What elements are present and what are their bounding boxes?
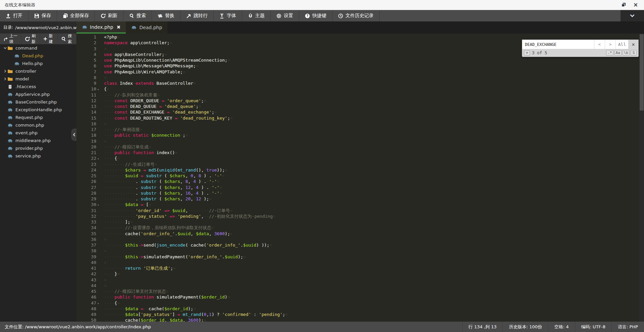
fold-caret-icon[interactable]: ▾	[96, 156, 101, 162]
code-line-27[interactable]: ············.·substr·(·$chars,·12,·4·)·.…	[104, 185, 639, 190]
status-cursor-position[interactable]: 行 134 ,列 13	[462, 322, 503, 332]
code-line-42[interactable]: ····}¤	[104, 271, 639, 277]
code-line-45[interactable]: ····//·模拟订单支付支付状态¤	[104, 288, 639, 294]
search-toggle-word[interactable]: \b	[623, 50, 630, 56]
code-line-37[interactable]: ········$this->send(json_encode(·cache('…	[104, 242, 639, 248]
code-line-17[interactable]: ····//·单例连接¤	[104, 127, 639, 132]
code-line-34[interactable]: ········//·设置缓存，后续死信队列中读取支付状态¤	[104, 225, 639, 230]
status-language[interactable]: 语言: PHP	[611, 322, 644, 332]
editor-scrollbar[interactable]	[639, 34, 644, 322]
code-line-46[interactable]: ····public·function·simulatedPayment($or…	[104, 294, 639, 300]
code-line-29[interactable]: ············.·substr·(·$chars,·20,·12·);…	[104, 196, 639, 202]
code-line-26[interactable]: ············.·substr·(·$chars,·8,·4·)·.·…	[104, 179, 639, 184]
code-line-33[interactable]: ········];¤	[104, 219, 639, 225]
status-history-versions[interactable]: 历史版本: 100份	[502, 322, 548, 332]
search-input[interactable]	[522, 40, 594, 49]
search-prev-button[interactable]: <	[594, 40, 605, 49]
search-next-button[interactable]: >	[605, 40, 615, 49]
tree-item-command[interactable]: command	[0, 44, 76, 52]
tab-Dead.php[interactable]: Dead.php	[126, 21, 167, 34]
code-line-16[interactable]: ¤	[104, 121, 639, 127]
code-line-20[interactable]: ····//·模拟订单生成¤	[104, 144, 639, 150]
fold-caret-icon[interactable]: ▾	[96, 87, 101, 92]
toolbar-button-settings[interactable]: 设置	[271, 10, 299, 21]
tree-item-ExceptionHandle.php[interactable]: ExceptionHandle.php	[0, 106, 76, 114]
chevron-right-icon[interactable]	[3, 77, 7, 81]
toolbar-button-search[interactable]: 搜索	[123, 10, 152, 21]
fold-caret-icon[interactable]: ▾	[96, 202, 101, 208]
code-line-36[interactable]: ¤	[104, 237, 639, 242]
code-line-22[interactable]: ····{¤	[104, 155, 639, 161]
tree-item-Request.php[interactable]: Request.php	[0, 114, 76, 121]
code-line-19[interactable]: ¤	[104, 138, 639, 144]
code-line-23[interactable]: ········//·生成订单号¤	[104, 161, 639, 167]
code-line-50[interactable]: ········cache($order_id,·$data,·3600);¤	[104, 317, 639, 322]
toolbar-collapse-button[interactable]	[621, 10, 644, 21]
toolbar-button-file-history[interactable]: 文件历史记录	[332, 10, 380, 21]
chevron-right-icon[interactable]	[3, 69, 7, 74]
search-close-button[interactable]: ×	[628, 40, 638, 49]
code-line-8[interactable]: ¤	[104, 75, 639, 80]
search-add-button[interactable]: +	[524, 50, 530, 56]
window-close-button[interactable]: ×	[633, 2, 639, 8]
code-line-21[interactable]: ····public·function·index()¤	[104, 150, 639, 155]
tree-item-BaseController.php[interactable]: BaseController.php	[0, 98, 76, 106]
chevron-down-icon[interactable]	[3, 46, 7, 51]
toolbar-button-goto-line[interactable]: 跳转行	[180, 10, 214, 21]
explorer-action-search[interactable]: 搜索	[58, 34, 76, 44]
code-line-25[interactable]: ········$uuid·=·substr·(·$chars,·0,·8·)·…	[104, 173, 639, 179]
toolbar-button-open[interactable]: 打开	[0, 10, 29, 21]
code-line-49[interactable]: ········$data['pay_status']·=·mt_rand(0,…	[104, 312, 639, 317]
search-all-button[interactable]: All	[615, 40, 628, 49]
code-line-15[interactable]: ····const·DEAD_ROUTING_KEY·=·'dead_routi…	[104, 115, 639, 121]
code-line-44[interactable]: ¤	[104, 283, 639, 288]
tree-item-.htaccess[interactable]: .htaccess	[0, 83, 76, 90]
tree-item-Dead.php[interactable]: Dead.php	[0, 52, 76, 60]
tree-item-controller[interactable]: controller	[0, 67, 76, 75]
code-line-6[interactable]: use·PhpAmqpLib\Message\AMQPMessage;¤	[104, 63, 639, 69]
toolbar-button-font[interactable]: T字体	[214, 10, 242, 21]
toolbar-button-shortcuts[interactable]: ?快捷键	[299, 10, 332, 21]
code-line-30[interactable]: ········$data·=·[¤	[104, 202, 639, 207]
code-line-38[interactable]: ¤	[104, 248, 639, 254]
editor-scrollbar-thumb[interactable]	[640, 34, 644, 111]
toolbar-button-save[interactable]: 保存	[29, 10, 57, 21]
explorer-action-up-level[interactable]: 上一级	[0, 34, 21, 44]
code-line-14[interactable]: ····const·DEAD_EXCHANGE·=·'dead_exchange…	[104, 109, 639, 115]
tree-item-service.php[interactable]: service.php	[0, 152, 76, 160]
code-line-13[interactable]: ····const·DEAD_QUEUE·=·'dead_queue';¤	[104, 104, 639, 109]
code-line-12[interactable]: ····const·ORDER_QUEUE·=·'order_queue';¤	[104, 98, 639, 104]
code-line-43[interactable]: ¤	[104, 277, 639, 283]
code-line-11[interactable]: ····//·队列和交换机常量¤	[104, 92, 639, 98]
tree-item-AppService.php[interactable]: AppService.php	[0, 90, 76, 98]
code-line-41[interactable]: ········return·'订单已生成';¤	[104, 265, 639, 271]
tree-item-model[interactable]: model	[0, 75, 76, 83]
code-line-18[interactable]: ····public·static·$connection·;¤	[104, 132, 639, 138]
code-line-24[interactable]: ········$chars·=·md5(uniqid(mt_rand(),·t…	[104, 167, 639, 173]
tree-item-middleware.php[interactable]: middleware.php	[0, 137, 76, 144]
code-line-48[interactable]: ········$data·=··cache($order_id);¤	[104, 306, 639, 312]
code-line-7[interactable]: use·PhpAmqpLib\Wire\AMQPTable;¤	[104, 69, 639, 75]
toolbar-button-save-all[interactable]: 全部保存	[57, 10, 95, 21]
code-line-32[interactable]: ············'pay_status'·=>·'pending',··…	[104, 213, 639, 219]
code-line-35[interactable]: ········cache('order_info_'.$uuid,·$data…	[104, 231, 639, 237]
explorer-action-new[interactable]: 新建	[40, 34, 58, 44]
tree-item-common.php[interactable]: common.php	[0, 121, 76, 129]
status-encoding[interactable]: 编码: UTF-8	[575, 322, 611, 332]
tree-item-event.php[interactable]: event.php	[0, 129, 76, 137]
code-line-5[interactable]: use·PhpAmqpLib\Connection\AMQPStreamConn…	[104, 57, 639, 63]
status-spaces[interactable]: 空格: 4	[548, 322, 575, 332]
code-line-1[interactable]: <?php¤	[104, 34, 639, 40]
code-editor[interactable]: 12345678910▾111213141516171819202122▾232…	[76, 34, 644, 322]
code-line-47[interactable]: ····{¤	[104, 300, 639, 306]
tab-Index.php[interactable]: Index.php✖	[76, 21, 126, 34]
code-line-31[interactable]: ············'order_id'·=>·$uuid,········…	[104, 208, 639, 213]
search-toggle-case[interactable]: Aa	[614, 50, 622, 56]
code-line-40[interactable]: ¤	[104, 260, 639, 265]
sidebar-collapse-handle[interactable]	[71, 129, 76, 141]
code-line-9[interactable]: class·Index·extends·BaseController¤	[104, 80, 639, 86]
toolbar-button-replace[interactable]: 替换	[152, 10, 180, 21]
toolbar-button-theme[interactable]: Ü主题	[242, 10, 271, 21]
search-toggle-selection[interactable]: S	[631, 50, 637, 56]
window-restore-button[interactable]	[621, 2, 627, 8]
